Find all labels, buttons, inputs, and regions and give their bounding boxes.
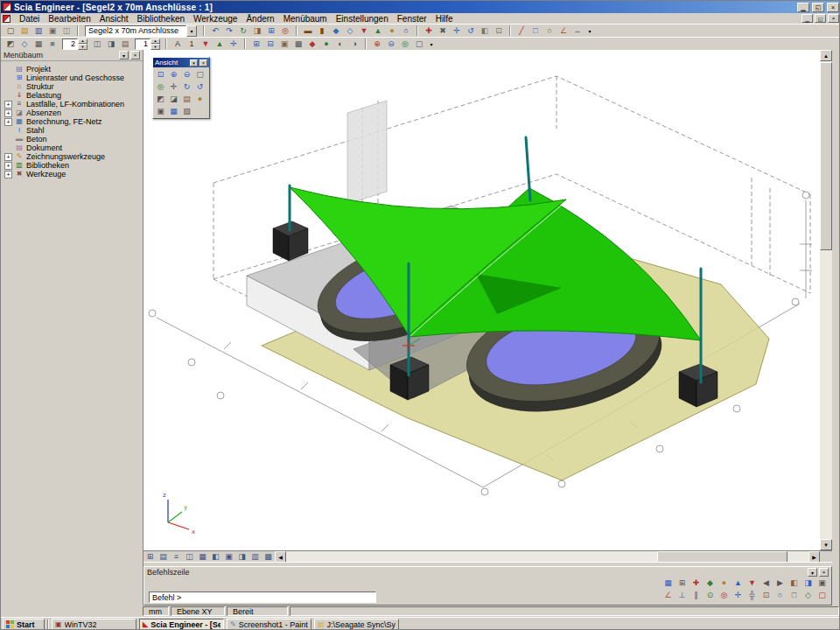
- spinner-value[interactable]: 2: [62, 38, 78, 50]
- tree-item[interactable]: + ✎ Zeichnungswerkzeuge: [1, 152, 143, 161]
- view-tool-button[interactable]: ◪: [167, 93, 180, 105]
- panel-close-icon[interactable]: ×: [819, 568, 829, 577]
- snap-tool-button[interactable]: ⊥: [676, 590, 689, 601]
- taskbar-task[interactable]: ◣ Scia Engineer - [Segel...: [139, 619, 224, 630]
- tree-item[interactable]: + ▥ Bibliotheken: [1, 161, 143, 170]
- ansicht-palette[interactable]: Ansicht ▾ × ⊡⊕⊖▢◎✛↻↺◩◪▤●▣▦▧: [152, 57, 210, 119]
- view-tool-button[interactable]: ↻: [180, 80, 193, 93]
- view-tool-button[interactable]: ▦: [167, 105, 180, 117]
- command-tool-button[interactable]: ▣: [816, 578, 829, 589]
- toolbar-icon-button[interactable]: ╱: [514, 25, 528, 37]
- menu-item[interactable]: Ansicht: [95, 14, 133, 24]
- command-tool-button[interactable]: ◨: [802, 578, 815, 589]
- tree-item[interactable]: + ◪ Absenzen: [1, 108, 143, 117]
- scroll-up-icon[interactable]: ▲: [820, 50, 832, 61]
- menu-item[interactable]: Bearbeiten: [44, 14, 94, 24]
- toolbar-icon-button[interactable]: ↷: [222, 25, 236, 37]
- viewport-tool-button[interactable]: ▤: [157, 551, 170, 562]
- toolbar-icon-button[interactable]: ◎: [398, 38, 412, 50]
- command-input[interactable]: Befehl >: [149, 592, 376, 603]
- command-tool-button[interactable]: ▲: [732, 578, 745, 589]
- taskbar-task[interactable]: ▤ J:\Seagate Sync\SyncRe...: [314, 619, 399, 630]
- snap-tool-button[interactable]: ╬: [746, 590, 759, 601]
- toolbar-icon-button[interactable]: ↔: [570, 25, 584, 37]
- toolbar-icon-button[interactable]: ▤: [118, 38, 132, 50]
- toolbar-overflow-icon[interactable]: ▾: [427, 38, 436, 50]
- toolbar-icon-button[interactable]: ⊡: [492, 25, 506, 37]
- toolbar-icon-button[interactable]: ◎: [278, 25, 292, 37]
- panel-pin-icon[interactable]: ▾: [808, 568, 817, 577]
- tree-expander[interactable]: +: [4, 171, 12, 178]
- view-tool-button[interactable]: ⊕: [167, 68, 180, 80]
- view-tool-button[interactable]: ▧: [180, 105, 193, 117]
- view-tool-button[interactable]: ✛: [167, 80, 180, 93]
- horizontal-scrollbar[interactable]: ◀ ▶: [275, 551, 820, 563]
- viewport-tool-button[interactable]: ▥: [248, 551, 262, 562]
- toolbar-icon-button[interactable]: ◆: [305, 38, 319, 50]
- viewport-tool-button[interactable]: ▣: [222, 551, 235, 562]
- project-combo-value[interactable]: Segel2 x 70m Anschlüsse: [85, 25, 186, 37]
- toolbar-icon-button[interactable]: ⊞: [249, 38, 263, 50]
- snap-tool-button[interactable]: ▢: [816, 590, 829, 601]
- toolbar-icon-button[interactable]: ▲: [371, 25, 385, 37]
- tree-expander[interactable]: +: [4, 101, 12, 108]
- ansicht-palette-titlebar[interactable]: Ansicht ▾ ×: [153, 58, 209, 67]
- toolbar-icon-button[interactable]: ◨: [250, 25, 264, 37]
- toolbar-icon-button[interactable]: ◑: [347, 38, 361, 50]
- tree-item[interactable]: ▤ Dokument: [1, 144, 143, 152]
- snap-tool-button[interactable]: ⊙: [704, 590, 717, 601]
- menu-item[interactable]: Menübaum: [279, 14, 332, 24]
- minimize-button[interactable]: ▁: [797, 3, 809, 12]
- menu-item[interactable]: Fenster: [393, 14, 431, 24]
- viewport-tool-button[interactable]: ▩: [262, 551, 275, 562]
- snap-tool-button[interactable]: □: [788, 590, 801, 601]
- toolbar-icon-button[interactable]: ●: [385, 25, 399, 37]
- palette-collapse-icon[interactable]: ▾: [190, 60, 198, 66]
- snap-tool-button[interactable]: ⊡: [760, 590, 773, 601]
- viewport-tool-button[interactable]: ◨: [235, 551, 248, 562]
- toolbar-icon-button[interactable]: ▲: [213, 38, 227, 50]
- panel-close-icon[interactable]: ×: [130, 51, 140, 60]
- vertical-scrollbar[interactable]: ▲ ▼: [820, 50, 832, 550]
- toolbar-icon-button[interactable]: ▣: [277, 38, 291, 50]
- toolbar-icon-button[interactable]: ⊕: [370, 38, 384, 50]
- tree-item[interactable]: + ✖ Werkzeuge: [1, 170, 143, 178]
- toolbar-icon-button[interactable]: ▣: [46, 25, 60, 37]
- menubaum-header[interactable]: Menübaum ▾ ×: [1, 50, 143, 61]
- toolbar-icon-button[interactable]: ✖: [436, 25, 450, 37]
- command-tool-button[interactable]: ▶: [774, 578, 787, 589]
- toolbar-icon-button[interactable]: ▢: [4, 25, 18, 37]
- toolbar-icon-button[interactable]: ⊞: [264, 25, 278, 37]
- command-tool-button[interactable]: ▦: [662, 578, 675, 589]
- toolbar-icon-button[interactable]: 1: [185, 38, 199, 50]
- snap-tool-button[interactable]: ✛: [732, 590, 745, 601]
- command-tool-button[interactable]: ◧: [788, 578, 801, 589]
- scroll-right-icon[interactable]: ▶: [808, 551, 820, 563]
- tree-item[interactable]: + ≡ Lastfälle, LF-Kombinationen: [1, 100, 143, 108]
- mdi-minimize-button[interactable]: ▁: [802, 14, 813, 23]
- toolbar-icon-button[interactable]: ◆: [329, 25, 343, 37]
- viewport-tool-button[interactable]: ◧: [209, 551, 222, 562]
- status-plane[interactable]: Ebene XY: [171, 606, 225, 616]
- snap-tool-button[interactable]: ∠: [662, 590, 675, 601]
- toolbar-icon-button[interactable]: ◫: [60, 25, 74, 37]
- toolbar-icon-button[interactable]: ▥: [32, 25, 46, 37]
- tree-expander[interactable]: +: [4, 162, 12, 170]
- toolbar-icon-button[interactable]: ↺: [464, 25, 478, 37]
- toolbar-icon-button[interactable]: ▢: [412, 38, 426, 50]
- mdi-restore-button[interactable]: ◱: [815, 14, 826, 23]
- toolbar-icon-button[interactable]: ▦: [32, 38, 46, 50]
- restore-button[interactable]: ◱: [812, 3, 824, 12]
- spinner-value[interactable]: 1: [135, 38, 150, 50]
- snap-tool-button[interactable]: ○: [774, 590, 787, 601]
- tree-item[interactable]: ▤ Projekt: [1, 65, 143, 74]
- project-combo[interactable]: Segel2 x 70m Anschlüsse ▾: [85, 25, 197, 37]
- toolbar-icon-button[interactable]: □: [528, 25, 542, 37]
- scroll-left-icon[interactable]: ◀: [275, 551, 286, 563]
- toolbar-icon-button[interactable]: A: [171, 38, 185, 50]
- menu-item[interactable]: Ändern: [242, 14, 278, 24]
- tree-item[interactable]: ⌂ Struktur: [1, 82, 143, 91]
- viewport-tool-button[interactable]: ≡: [170, 551, 183, 562]
- tree-expander[interactable]: +: [4, 118, 12, 126]
- toolbar-icon-button[interactable]: ⊟: [263, 38, 277, 50]
